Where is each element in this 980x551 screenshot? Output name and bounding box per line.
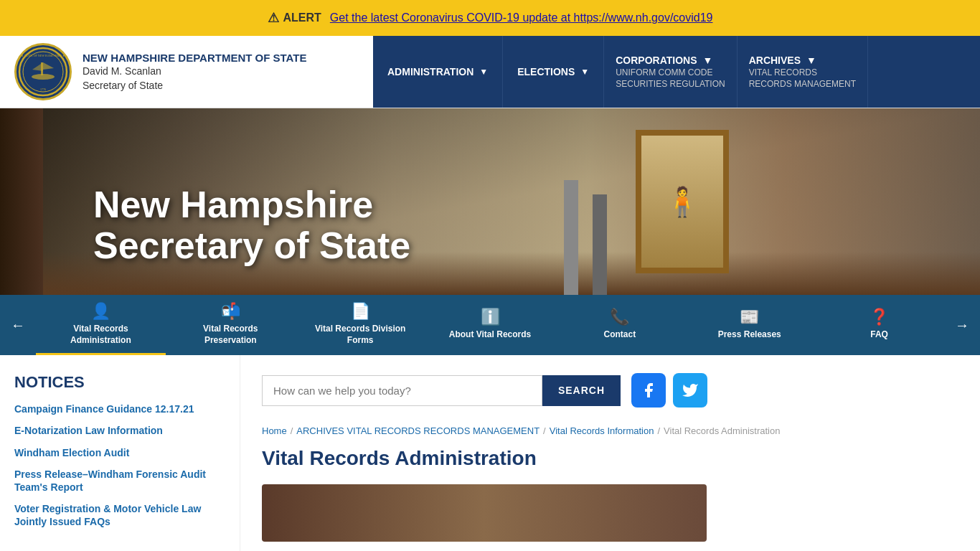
sub-nav-prev[interactable]: ← [0,295,36,355]
sub-nav-about-vital[interactable]: ℹ️ About Vital Records [425,295,555,355]
page-title: Vital Records Administration [262,447,958,470]
newspaper-icon: 📰 [740,308,759,326]
content-image-preview [262,484,707,542]
nav-item-corporations[interactable]: CORPORATIONS ▼ UNIFORM COMM CODE SECURIT… [604,36,737,108]
alert-badge: ALERT [268,10,321,26]
state-seal: ★ STATE OF NEW HAMPSHIRE ★ 1776 [14,43,72,100]
header-text: NEW HAMPSHIRE DEPARTMENT OF STATE David … [83,51,307,93]
twitter-icon[interactable] [673,373,707,408]
question-icon: ❓ [870,308,889,326]
content-area: NOTICES Campaign Finance Guidance 12.17.… [0,355,980,551]
flag-pole-1 [564,180,578,295]
org-name: NEW HAMPSHIRE DEPARTMENT OF STATE [83,51,307,65]
secretary-name: David M. Scanlan [83,65,307,79]
sidebar-link-5[interactable]: Voter Registration & Motor Vehicle Law J… [14,502,225,528]
breadcrumb-home[interactable]: Home [262,425,287,436]
secretary-title: Secretary of State [83,79,307,93]
sub-nav-vital-admin[interactable]: 👤 Vital Records Administration [36,295,166,355]
breadcrumb-sep-3: / [657,425,660,436]
breadcrumb-vital-info[interactable]: Vital Records Information [550,425,654,436]
sub-nav: ← 👤 Vital Records Administration 📬 Vital… [0,295,980,355]
main-content: SEARCH Home / ARCHIVES VITAL RECORDS REC… [240,355,980,551]
info-icon: ℹ️ [481,308,500,326]
search-button[interactable]: SEARCH [542,375,621,406]
main-nav: ADMINISTRATION ▼ ELECTIONS ▼ CORPORATION… [373,36,980,108]
bookshelf-left [0,108,43,295]
facebook-icon[interactable] [631,373,666,408]
sidebar: NOTICES Campaign Finance Guidance 12.17.… [0,355,240,551]
hero-title: New Hampshire Secretary of State [93,184,410,266]
nav-item-elections[interactable]: ELECTIONS ▼ [503,36,604,108]
sub-nav-contact[interactable]: 📞 Contact [555,295,684,355]
alert-bar: ALERT Get the latest Coronavirus COVID-1… [0,0,980,36]
search-input-wrapper: SEARCH [262,375,621,406]
header: ★ STATE OF NEW HAMPSHIRE ★ 1776 NEW HAMP… [0,36,980,108]
chevron-down-icon: ▼ [703,55,713,66]
logo-area: ★ STATE OF NEW HAMPSHIRE ★ 1776 NEW HAMP… [0,36,373,108]
flag-pole-2 [593,194,607,295]
breadcrumb-archives[interactable]: ARCHIVES VITAL RECORDS RECORDS MANAGEMEN… [296,425,540,436]
chevron-down-icon: ▼ [479,67,488,77]
search-input[interactable] [262,375,542,406]
inbox-icon: 📬 [221,302,240,321]
phone-icon: 📞 [610,308,629,326]
sub-nav-next[interactable]: → [944,295,980,355]
sidebar-link-3[interactable]: Windham Election Audit [14,446,225,459]
breadcrumb: Home / ARCHIVES VITAL RECORDS RECORDS MA… [262,425,958,436]
nav-item-administration[interactable]: ADMINISTRATION ▼ [373,36,503,108]
social-icons [631,373,707,408]
sidebar-link-4[interactable]: Press Release–Windham Forensic Audit Tea… [14,468,225,494]
svg-text:1776: 1776 [40,88,46,91]
person-icon: 👤 [91,302,110,321]
breadcrumb-current: Vital Records Administration [664,425,780,436]
sub-nav-faq[interactable]: ❓ FAQ [814,295,944,355]
sidebar-link-2[interactable]: E-Notarization Law Information [14,424,225,437]
sub-nav-vital-preservation[interactable]: 📬 Vital Records Preservation [166,295,296,355]
portrait-frame: 🧍 [636,130,729,273]
sub-nav-vital-forms[interactable]: 📄 Vital Records Division Forms [296,295,425,355]
document-icon: 📄 [351,302,370,321]
search-area: SEARCH [262,373,958,408]
alert-link[interactable]: Get the latest Coronavirus COVID-19 upda… [330,11,713,24]
sidebar-link-1[interactable]: Campaign Finance Guidance 12.17.21 [14,402,225,415]
sidebar-heading: NOTICES [14,373,225,392]
breadcrumb-sep-1: / [291,425,293,436]
sub-nav-press-releases[interactable]: 📰 Press Releases [684,295,814,355]
chevron-down-icon: ▼ [580,67,589,77]
hero-section: 🧍 New Hampshire Secretary of State [0,108,980,295]
breadcrumb-sep-2: / [543,425,546,436]
chevron-down-icon: ▼ [806,55,816,66]
svg-text:★ STATE OF NEW HAMPSHIRE ★: ★ STATE OF NEW HAMPSHIRE ★ [21,54,65,57]
nav-item-archives[interactable]: ARCHIVES ▼ VITAL RECORDS RECORDS MANAGEM… [738,36,868,108]
